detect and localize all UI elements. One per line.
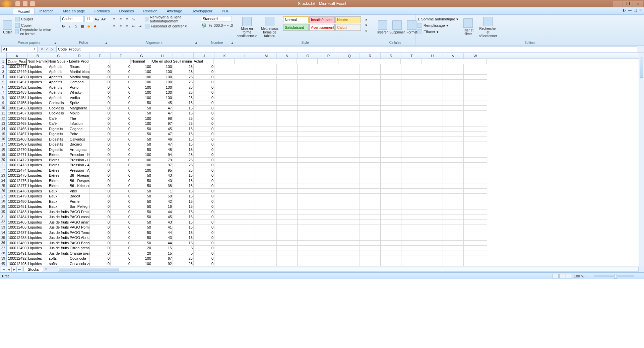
cell[interactable]: 44 (152, 209, 173, 215)
cell[interactable] (464, 69, 487, 75)
cell[interactable] (277, 100, 298, 106)
cell[interactable]: 47 (152, 111, 173, 116)
row-header[interactable]: 34 (0, 230, 7, 236)
close-button[interactable]: ✕ (633, 1, 643, 7)
cell[interactable] (360, 235, 381, 241)
cell[interactable] (401, 137, 422, 142)
cell[interactable] (318, 261, 339, 266)
cell[interactable] (256, 142, 277, 147)
cell[interactable] (401, 194, 422, 199)
cell[interactable]: Vitel (69, 189, 90, 194)
cell[interactable]: Cocktails (48, 111, 69, 116)
cell[interactable] (214, 220, 235, 225)
cell[interactable] (464, 80, 487, 85)
cell[interactable] (463, 59, 487, 64)
cell[interactable] (422, 137, 443, 142)
name-box[interactable]: A1▼ (1, 46, 38, 52)
cell[interactable]: 50 (131, 183, 152, 189)
cell[interactable]: Nominal (131, 59, 151, 64)
cell[interactable]: Bières (48, 152, 69, 158)
cell[interactable]: 100012488 (7, 235, 27, 241)
font-size-combo[interactable]: 11 (84, 16, 93, 22)
cell[interactable] (381, 204, 401, 209)
cell[interactable] (464, 256, 487, 261)
cell[interactable]: 0 (90, 214, 111, 220)
cell[interactable]: 25 (173, 85, 194, 90)
cell[interactable] (256, 69, 277, 75)
cell[interactable]: Liquides (27, 214, 48, 220)
cell[interactable]: Bacardi (69, 142, 90, 147)
cell[interactable]: 41 (152, 225, 173, 230)
cell[interactable]: Cognac (69, 126, 90, 132)
cell[interactable] (381, 199, 401, 204)
cell[interactable] (464, 75, 487, 80)
cell[interactable] (256, 183, 277, 189)
select-all-button[interactable] (0, 53, 7, 59)
cell[interactable] (235, 199, 256, 204)
cell[interactable]: 50 (131, 214, 152, 220)
cell[interactable]: 0 (194, 121, 214, 126)
cell[interactable] (443, 152, 464, 158)
cell[interactable] (443, 64, 464, 70)
cell[interactable]: 0 (194, 256, 214, 261)
cell[interactable]: 0 (194, 241, 214, 246)
row-header[interactable]: 16 (0, 137, 7, 142)
cell[interactable] (110, 59, 131, 64)
cell[interactable]: 15 (173, 126, 194, 132)
cell[interactable]: 45 (152, 214, 173, 220)
cell[interactable] (318, 214, 339, 220)
cell[interactable] (318, 199, 339, 204)
new-sheet-icon[interactable]: ✳ (45, 267, 48, 271)
cell[interactable] (401, 132, 422, 137)
normal-view-icon[interactable] (553, 274, 559, 278)
cell[interactable] (381, 95, 401, 101)
cell[interactable]: Cocktails (48, 106, 69, 111)
cell[interactable]: 47 (152, 142, 173, 147)
minimize-button[interactable]: — (613, 1, 623, 7)
cell[interactable] (401, 225, 422, 230)
cell[interactable]: 25 (173, 261, 194, 266)
cell[interactable]: 25 (173, 95, 194, 101)
cell[interactable] (318, 69, 339, 75)
cell[interactable]: 0 (111, 251, 131, 256)
cell[interactable] (214, 204, 235, 209)
cell[interactable]: 15 (173, 111, 194, 116)
cell[interactable] (443, 75, 464, 80)
cell[interactable]: 100012481 (7, 204, 27, 209)
row-header[interactable]: 31 (0, 214, 7, 220)
cell[interactable] (256, 194, 277, 199)
cell[interactable] (443, 158, 464, 163)
style-normal[interactable]: Normal (283, 16, 309, 23)
cell[interactable] (339, 194, 360, 199)
cell[interactable]: Liquides (27, 132, 48, 137)
cell[interactable]: Qté en stock (151, 59, 172, 64)
cell[interactable]: Jus de fruits (48, 220, 69, 225)
cell[interactable] (381, 137, 401, 142)
cell[interactable] (360, 121, 381, 126)
row-header[interactable]: 27 (0, 194, 7, 199)
cell[interactable] (318, 80, 339, 85)
cell[interactable] (318, 75, 339, 80)
row-header[interactable]: 25 (0, 183, 7, 189)
cell[interactable] (443, 126, 464, 132)
cell[interactable] (360, 69, 381, 75)
zoom-in-icon[interactable]: ＋ (638, 273, 642, 278)
cell[interactable] (214, 142, 235, 147)
cell[interactable] (256, 204, 277, 209)
cell[interactable] (443, 183, 464, 189)
cell[interactable] (298, 173, 318, 178)
fill-button[interactable]: Remplissage ▾ (417, 22, 458, 28)
cell[interactable] (235, 246, 256, 251)
font-color-button[interactable]: A (92, 23, 98, 29)
increase-decimal-icon[interactable]: .0→ (220, 22, 226, 28)
cell[interactable] (235, 69, 256, 75)
cell[interactable]: Cocktails (48, 100, 69, 106)
cell[interactable] (277, 173, 298, 178)
cell[interactable] (277, 90, 298, 95)
cell[interactable] (277, 147, 298, 153)
row-header[interactable]: 13 (0, 121, 7, 126)
cell[interactable]: 0 (90, 199, 111, 204)
cell[interactable]: 0 (111, 100, 131, 106)
cell[interactable]: 100 (152, 85, 173, 90)
cell[interactable] (235, 137, 256, 142)
